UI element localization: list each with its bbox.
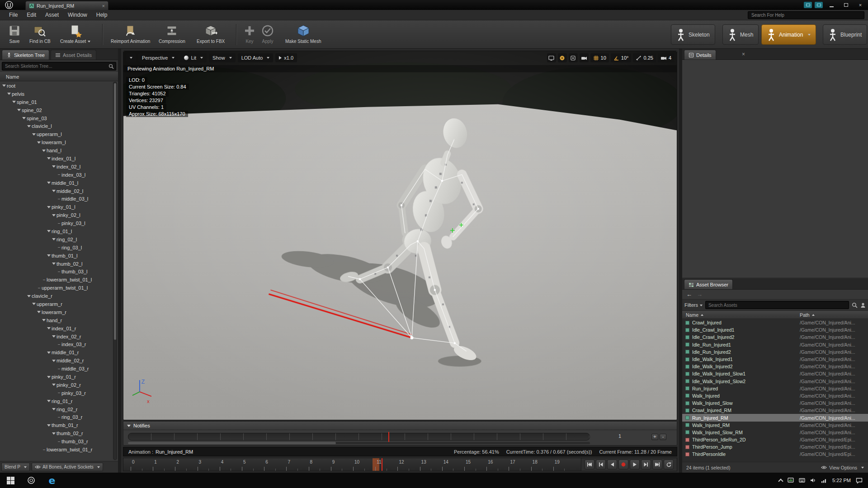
bone-row-pelvis[interactable]: pelvis — [0, 90, 118, 98]
mode-skeleton-button[interactable]: Skeleton — [671, 24, 715, 45]
bone-row-pinky_02_r[interactable]: pinky_02_r — [0, 381, 118, 389]
play-reverse-button[interactable] — [607, 460, 617, 469]
expander-icon[interactable] — [26, 295, 32, 297]
close-button[interactable] — [854, 1, 866, 9]
bone-row-pinky_03_r[interactable]: pinky_03_r — [0, 389, 118, 397]
bone-row-ring_03_l[interactable]: ring_03_l — [0, 244, 118, 252]
bone-row-lowerarm_twist_01_r[interactable]: lowerarm_twist_01_r — [0, 446, 118, 454]
clock[interactable]: 5:22 PM — [832, 478, 851, 483]
expander-icon[interactable] — [51, 263, 57, 265]
expander-icon[interactable] — [46, 157, 52, 160]
bone-row-clavicle_r[interactable]: clavicle_r — [0, 292, 118, 300]
apply-button[interactable]: Apply — [258, 23, 278, 45]
bone-row-spine_01[interactable]: spine_01 — [0, 98, 118, 106]
asset-row-Run_Injured[interactable]: Run_Injured/Game/CON_Injured/Ani... — [682, 385, 868, 392]
bone-filter-dropdown[interactable]: All Bones, Active Sockets — [32, 463, 103, 471]
expander-icon[interactable] — [36, 311, 42, 313]
go-to-front-button[interactable] — [585, 460, 594, 469]
bone-row-spine_02[interactable]: spine_02 — [0, 106, 118, 114]
bone-row-index_01_l[interactable]: index_01_l — [0, 155, 118, 163]
animation-mode-caret-icon[interactable] — [808, 34, 811, 36]
expander-icon[interactable] — [1, 84, 7, 87]
viewport-3d-scene[interactable]: Z x — [123, 51, 677, 420]
asset-row-Crawl_Injured[interactable]: Crawl_Injured/Game/CON_Injured/Ani... — [682, 319, 868, 326]
bone-row-thumb_01_l[interactable]: thumb_01_l — [0, 252, 118, 260]
bone-row-middle_02_r[interactable]: middle_02_r — [0, 357, 118, 365]
bookmark-icon[interactable] — [569, 53, 578, 62]
cortana-icon[interactable] — [21, 473, 42, 488]
bone-row-middle_02_l[interactable]: middle_02_l — [0, 187, 118, 195]
expander-icon[interactable] — [46, 230, 52, 232]
step-forward-button[interactable] — [641, 460, 651, 469]
bone-row-index_02_l[interactable]: index_02_l — [0, 163, 118, 171]
show-dropdown[interactable]: Show — [209, 53, 236, 62]
menu-edit[interactable]: Edit — [22, 10, 41, 19]
expander-icon[interactable] — [51, 408, 57, 410]
mode-blueprint-button[interactable]: Blueprint — [823, 24, 867, 45]
network-icon[interactable] — [821, 478, 827, 483]
bone-row-ring_02_l[interactable]: ring_02_l — [0, 235, 118, 244]
playback-speed-button[interactable]: x1.0 — [275, 53, 297, 62]
bone-row-thumb_03_r[interactable]: thumb_03_r — [0, 437, 118, 446]
details-close-icon[interactable] — [742, 51, 745, 57]
asset-row-Walk_Injured_Slow_RM[interactable]: Walk_Injured_Slow_RM/Game/CON_Injured/An… — [682, 429, 868, 436]
bone-row-upperarm_l[interactable]: upperarm_l — [0, 130, 118, 138]
bone-row-ring_02_r[interactable]: ring_02_r — [0, 405, 118, 413]
key-button[interactable]: Key — [240, 23, 259, 45]
asset-row-Crawl_Injured_RM[interactable]: Crawl_Injured_RM/Game/CON_Injured/Ani... — [682, 407, 868, 414]
notifies-track[interactable] — [128, 433, 590, 441]
menu-help[interactable]: Help — [92, 10, 112, 19]
expander-icon[interactable] — [11, 101, 17, 103]
volume-icon[interactable] — [810, 478, 816, 483]
expander-icon[interactable] — [46, 182, 52, 184]
skeleton-search-input[interactable] — [2, 64, 108, 69]
expander-icon[interactable] — [51, 165, 57, 168]
asset-row-Walk_Injured[interactable]: Walk_Injured/Game/CON_Injured/Ani... — [682, 392, 868, 399]
bone-row-ring_01_r[interactable]: ring_01_r — [0, 397, 118, 405]
minimize-button[interactable] — [826, 1, 837, 9]
expander-icon[interactable] — [31, 133, 37, 136]
scale-snap-control[interactable]: 0.25 — [633, 53, 656, 62]
asset-row-Idle_Run_Injured2[interactable]: Idle_Run_Injured2/Game/CON_Injured/Ani..… — [682, 348, 868, 356]
skeleton-search-box[interactable] — [2, 62, 116, 70]
tab-close-icon[interactable] — [102, 3, 105, 9]
bone-row-ring_03_r[interactable]: ring_03_r — [0, 413, 118, 422]
asset-row-ThirdPerson_Jump[interactable]: ThirdPerson_Jump/Game/CON_Injured/Epi... — [682, 443, 868, 450]
grid-snap-control[interactable]: 10 — [590, 53, 609, 62]
bone-row-middle_01_l[interactable]: middle_01_l — [0, 179, 118, 187]
bone-row-root[interactable]: root — [0, 82, 118, 90]
bone-row-pinky_03_l[interactable]: pinky_03_l — [0, 219, 118, 227]
timeline-ruler[interactable]: 012345678910111213141516171819 — [123, 458, 581, 471]
record-button[interactable] — [618, 460, 628, 469]
mode-animation-button[interactable]: Animation — [761, 24, 816, 45]
filters-dropdown[interactable]: Filters — [684, 302, 703, 308]
expander-icon[interactable] — [16, 109, 22, 111]
expander-icon[interactable] — [51, 384, 57, 386]
expander-icon[interactable] — [36, 141, 42, 144]
expander-icon[interactable] — [51, 238, 57, 240]
expander-icon[interactable] — [46, 352, 52, 354]
bone-row-upperarm_twist_01_l[interactable]: upperarm_twist_01_l — [0, 284, 118, 292]
play-button[interactable] — [630, 460, 640, 469]
expander-icon[interactable] — [46, 400, 52, 402]
developer-filter-icon[interactable] — [860, 302, 866, 308]
tab-details[interactable]: Details — [684, 50, 716, 60]
taskmanager-icon[interactable] — [788, 478, 794, 483]
notifies-scrollbar[interactable] — [128, 442, 590, 444]
asset-row-Walk_Injured_RM[interactable]: Walk_Injured_RM/Game/CON_Injured/Ani... — [682, 422, 868, 429]
asset-row-Idle_Walk_Injured_Slow2[interactable]: Idle_Walk_Injured_Slow2/Game/CON_Injured… — [682, 378, 868, 385]
tab-skeleton-tree[interactable]: Skeleton Tree — [2, 50, 49, 60]
expander-icon[interactable] — [46, 376, 52, 378]
make-static-mesh-button[interactable]: Make Static Mesh — [282, 23, 324, 45]
expander-icon[interactable] — [31, 303, 37, 305]
expander-icon[interactable] — [26, 125, 32, 127]
edge-browser-icon[interactable] — [42, 473, 62, 488]
loop-button[interactable] — [664, 460, 674, 469]
step-backward-button[interactable] — [596, 460, 606, 469]
bone-row-thumb_03_l[interactable]: thumb_03_l — [0, 267, 118, 276]
realtime-toggle-icon[interactable] — [558, 53, 567, 62]
frontend-icon[interactable] — [815, 2, 823, 8]
bone-row-index_03_r[interactable]: index_03_r — [0, 341, 118, 349]
expander-icon[interactable] — [51, 190, 57, 192]
maximize-button[interactable] — [840, 1, 852, 9]
